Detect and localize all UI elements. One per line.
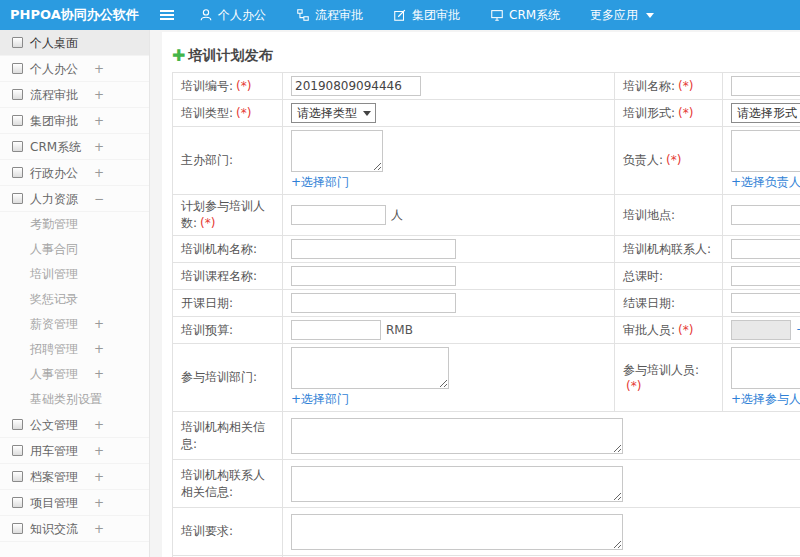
training-name-input[interactable] (731, 76, 800, 96)
field-label: 培训机构联系人: (623, 242, 711, 256)
field-label: 培训预算: (181, 323, 233, 337)
sidebar-item-personal-office[interactable]: 个人办公+ (0, 56, 149, 82)
chevron-down-icon (646, 13, 654, 18)
field-cell (283, 508, 800, 556)
expand-icon: + (94, 134, 104, 160)
start-date-input[interactable] (291, 293, 456, 313)
nav-crm-system[interactable]: CRM系统 (475, 0, 575, 30)
required-mark: (*) (666, 153, 681, 167)
briefcase-icon (12, 167, 23, 178)
edit-icon (393, 8, 407, 22)
sidebar-item-vehicle[interactable]: 用车管理+ (0, 438, 149, 464)
institution-info-textarea[interactable] (291, 418, 623, 454)
label-cell: 培训形式:(*) (615, 100, 723, 127)
person-icon (199, 8, 213, 22)
sidebar-item-label: 薪资管理 (30, 317, 78, 331)
sidebar-item-label: 用车管理 (30, 444, 78, 458)
select-participants-link[interactable]: +选择参与人员 (731, 392, 800, 406)
table-row: 培训机构名称: 培训机构联系人: (173, 236, 800, 263)
required-mark: (*) (236, 106, 251, 120)
training-requirements-textarea[interactable] (291, 514, 623, 550)
budget-input[interactable] (291, 320, 381, 340)
institution-contact-info-textarea[interactable] (291, 466, 623, 502)
nav-more-apps[interactable]: 更多应用 (575, 0, 669, 30)
field-label: 总课时: (623, 269, 663, 283)
label-cell: 培训机构相关信息: (173, 412, 283, 460)
select-leader-link[interactable]: +选择负责人 (731, 175, 800, 189)
training-type-select[interactable]: 请选择类型 (291, 103, 376, 123)
collapse-icon: − (94, 186, 104, 212)
required-mark: (*) (678, 323, 693, 337)
field-cell: 请选择形式 (723, 100, 800, 127)
sidebar-item-label: 个人办公 (30, 62, 78, 76)
field-label: 计划参与培训人数: (181, 199, 265, 230)
label-cell: 培训要求: (173, 508, 283, 556)
sidebar-item-label: 个人桌面 (30, 36, 78, 50)
sidebar-subitem-recruit[interactable]: 招聘管理+ (0, 337, 149, 362)
field-cell (723, 73, 800, 100)
sidebar: 个人桌面 个人办公+ 流程审批+ 集团审批+ CRM系统+ 行政办公+ 人力资源… (0, 30, 150, 557)
sidebar-subitem-base-category[interactable]: 基础类别设置 (0, 387, 149, 412)
leader-textarea[interactable] (731, 130, 800, 172)
sidebar-item-archives[interactable]: 档案管理+ (0, 464, 149, 490)
sidebar-subitem-rewards[interactable]: 奖惩记录 (0, 287, 149, 312)
institution-contact-input[interactable] (731, 239, 800, 259)
nav-label: 个人办公 (218, 7, 266, 24)
course-name-input[interactable] (291, 266, 456, 286)
field-cell (723, 195, 800, 236)
sidebar-subitem-hr-contract[interactable]: 人事合同 (0, 237, 149, 262)
label-cell: 培训名称:(*) (615, 73, 723, 100)
select-department-link[interactable]: +选择部门 (291, 175, 349, 189)
sidebar-item-desktop[interactable]: 个人桌面 (0, 30, 149, 56)
approver-input[interactable] (731, 320, 791, 340)
training-location-input[interactable] (731, 205, 800, 225)
sidebar-item-knowledge[interactable]: 知识交流+ (0, 516, 149, 542)
expand-icon: + (94, 516, 104, 542)
required-mark: (*) (678, 106, 693, 120)
select-department-link[interactable]: +选择部门 (291, 392, 349, 406)
field-cell: +选择部门 (283, 127, 615, 195)
sidebar-subitem-salary[interactable]: 薪资管理+ (0, 312, 149, 337)
label-cell: 培训编号:(*) (173, 73, 283, 100)
sidebar-item-admin-office[interactable]: 行政办公+ (0, 160, 149, 186)
expand-icon: + (94, 490, 104, 516)
field-label: 参与培训部门: (181, 370, 257, 384)
sidebar-item-projects[interactable]: 项目管理+ (0, 490, 149, 516)
field-label: 培训地点: (623, 208, 675, 222)
training-no-input[interactable] (291, 76, 421, 96)
sidebar-item-group-approval[interactable]: 集团审批+ (0, 108, 149, 134)
menu-toggle-icon[interactable] (150, 0, 184, 30)
sidebar-subitem-training[interactable]: 培训管理 (0, 262, 149, 287)
label-cell: 培训预算: (173, 317, 283, 344)
label-cell: 总课时: (615, 263, 723, 290)
training-form-select[interactable]: 请选择形式 (731, 103, 800, 123)
end-date-input[interactable] (731, 293, 800, 313)
host-department-textarea[interactable] (291, 130, 383, 172)
sidebar-subitem-personnel[interactable]: 人事管理+ (0, 362, 149, 387)
table-row: 培训编号:(*) 培训名称:(*) (173, 73, 800, 100)
sidebar-subitem-attendance[interactable]: 考勤管理 (0, 212, 149, 237)
field-label: 培训机构联系人相关信息: (181, 468, 265, 499)
sidebar-item-hr[interactable]: 人力资源− (0, 186, 149, 212)
folder-icon (12, 497, 23, 508)
form-card: ✚培训计划发布 培训编号:(*) 培训名称:(*) 培训类型:(*) 请选择类型… (162, 32, 800, 557)
select-approver-link[interactable]: +选择审批人员 (796, 323, 800, 337)
participants-textarea[interactable] (731, 347, 800, 389)
sidebar-item-process-approval[interactable]: 流程审批+ (0, 82, 149, 108)
nav-label: 集团审批 (412, 7, 460, 24)
nav-group-approval[interactable]: 集团审批 (378, 0, 475, 30)
participating-departments-textarea[interactable] (291, 347, 449, 389)
field-cell (283, 236, 615, 263)
nav-process-approval[interactable]: 流程审批 (281, 0, 378, 30)
nav-personal-office[interactable]: 个人办公 (184, 0, 281, 30)
total-hours-input[interactable] (731, 266, 800, 286)
nav-label: 更多应用 (590, 7, 638, 24)
planned-participants-input[interactable] (291, 205, 386, 225)
sidebar-item-documents[interactable]: 公文管理+ (0, 412, 149, 438)
field-cell: +选择参与人员 (723, 344, 800, 412)
field-label: 培训要求: (181, 524, 233, 538)
field-cell: +选择负责人 (723, 127, 800, 195)
training-form-table: 培训编号:(*) 培训名称:(*) 培训类型:(*) 请选择类型 培训形式:(*… (172, 72, 800, 557)
institution-name-input[interactable] (291, 239, 456, 259)
sidebar-item-crm[interactable]: CRM系统+ (0, 134, 149, 160)
